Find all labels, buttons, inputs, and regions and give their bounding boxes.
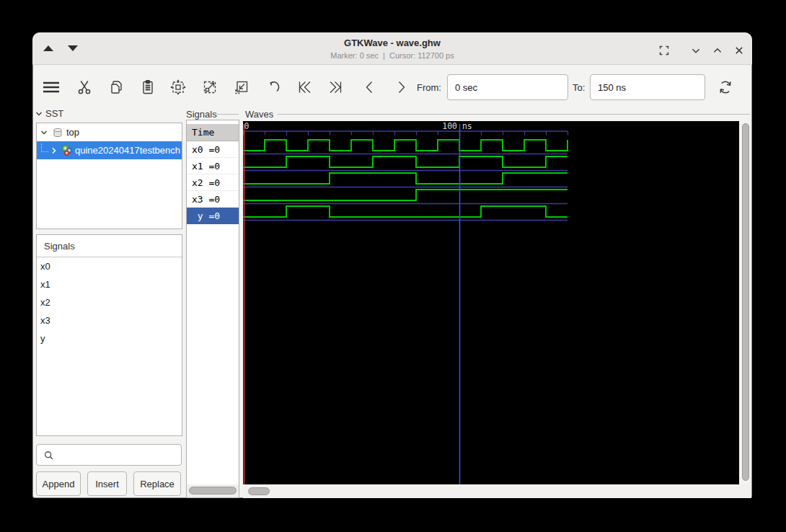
signal-row-x0[interactable]: x0 =0 — [187, 141, 239, 158]
tree-item-testbench[interactable]: quine20240417testbench — [37, 141, 182, 159]
tree-branch-connector — [41, 143, 48, 152]
append-button[interactable]: Append — [36, 471, 81, 496]
close-button[interactable] — [730, 41, 749, 60]
wave-hscrollbar[interactable] — [243, 484, 751, 498]
menu-button[interactable] — [40, 78, 63, 97]
signal-search-box[interactable] — [36, 444, 182, 466]
go-to-end-button[interactable] — [326, 78, 346, 97]
list-item-x0[interactable]: x0 — [37, 257, 182, 275]
scrollbar-thumb[interactable] — [742, 123, 749, 481]
list-item-x3[interactable]: x3 — [37, 311, 182, 329]
tree-item-label: top — [66, 127, 79, 138]
chevron-down-icon — [35, 110, 43, 118]
chevron-down-icon — [40, 128, 48, 137]
go-to-start-button[interactable] — [294, 78, 314, 97]
signal-name-hscrollbar[interactable] — [187, 484, 239, 497]
sst-expander[interactable]: SST — [35, 108, 63, 119]
maximize-button[interactable] — [655, 41, 674, 60]
undo-button[interactable] — [264, 78, 283, 97]
search-icon — [43, 449, 55, 461]
search-input[interactable] — [58, 446, 177, 465]
tree-item-label: quine20240417testbench — [75, 145, 180, 156]
maximize-icon — [655, 42, 673, 59]
copy-button[interactable] — [107, 78, 125, 97]
signal-search-results-panel: Signals x0 x1 x2 x3 y — [36, 234, 182, 436]
step-forward-button[interactable] — [392, 78, 410, 97]
scrollbar-thumb[interactable] — [248, 487, 270, 495]
wave-vscrollbar[interactable] — [740, 121, 751, 484]
insert-button[interactable]: Insert — [87, 471, 127, 496]
undo-icon — [265, 79, 282, 96]
tree-item-top[interactable]: top — [37, 123, 182, 141]
list-item-y[interactable]: y — [37, 329, 182, 347]
svg-text:100 ns: 100 ns — [442, 121, 472, 131]
chevron-down-icon — [688, 43, 704, 58]
module-cylinder-icon — [52, 127, 63, 138]
sst-label: SST — [45, 108, 63, 119]
from-label: From: — [417, 82, 441, 93]
menu-icon — [40, 79, 62, 96]
chevron-up-icon — [710, 43, 725, 58]
step-back-button[interactable] — [361, 78, 379, 97]
frame-border — [217, 114, 239, 115]
zoom-in-icon — [201, 79, 218, 96]
roll-up-button[interactable] — [708, 41, 727, 60]
zoom-out-icon — [233, 79, 250, 96]
paste-button[interactable] — [138, 78, 157, 97]
skip-to-end-icon — [327, 79, 345, 96]
zoom-fit-icon — [169, 79, 187, 96]
module-gears-icon — [61, 144, 73, 156]
close-icon — [731, 43, 747, 58]
marker-cursor-status: Marker: 0 sec | Cursor: 112700 ps — [32, 51, 752, 60]
list-item-x2[interactable]: x2 — [37, 293, 182, 311]
copy-icon — [107, 79, 125, 96]
reload-button[interactable] — [715, 78, 736, 97]
chevron-right-icon — [392, 79, 410, 96]
window-title: GTKWave - wave.ghw — [32, 37, 752, 48]
paste-icon — [139, 79, 156, 96]
scrollbar-thumb[interactable] — [189, 487, 237, 495]
to-input[interactable] — [590, 74, 705, 100]
roll-down-button[interactable] — [686, 41, 705, 60]
zoom-out-button[interactable] — [232, 78, 251, 97]
waveform-plot: 0100 ns — [243, 121, 739, 484]
list-item-x1[interactable]: x1 — [37, 275, 182, 293]
frame-border — [277, 114, 750, 115]
signals-frame-label: Signals — [186, 109, 217, 120]
from-input[interactable] — [447, 74, 568, 100]
replace-button[interactable]: Replace — [133, 471, 181, 496]
signal-row-x2[interactable]: x2 =0 — [187, 174, 239, 191]
wave-canvas[interactable]: 0100 ns — [243, 121, 739, 484]
cut-button[interactable] — [75, 78, 94, 97]
reload-icon — [716, 78, 735, 97]
time-header-row[interactable]: Time — [187, 124, 239, 141]
to-label: To: — [573, 82, 585, 93]
signal-name-panel: Time x0 =0 x1 =0 x2 =0 x3 =0 y =0 — [186, 120, 239, 498]
desktop: GTKWave - wave.ghw Marker: 0 sec | Curso… — [0, 0, 786, 532]
skip-to-start-icon — [295, 79, 314, 96]
signal-row-x3[interactable]: x3 =0 — [187, 191, 239, 208]
zoom-in-button[interactable] — [200, 78, 219, 97]
signal-row-x1[interactable]: x1 =0 — [187, 158, 239, 174]
cut-icon — [76, 79, 93, 96]
chevron-right-icon — [50, 146, 58, 155]
waves-frame-label: Waves — [245, 109, 273, 120]
zoom-fit-button[interactable] — [169, 78, 187, 97]
chevron-left-icon — [361, 79, 379, 96]
svg-text:0: 0 — [244, 121, 250, 131]
signal-list-header: Signals — [37, 235, 182, 257]
sst-tree-panel: top quine20240417testbench — [36, 123, 182, 229]
signal-row-y[interactable]: y =0 — [187, 208, 239, 224]
